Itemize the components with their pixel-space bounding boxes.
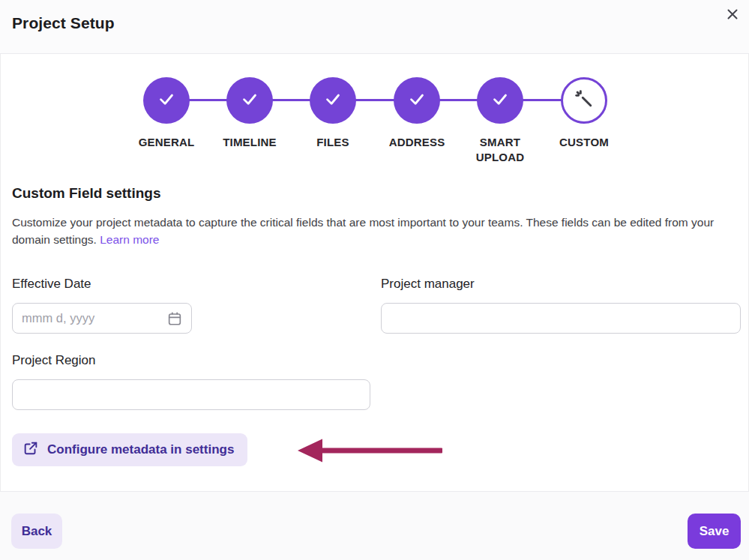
configure-metadata-button[interactable]: Configure metadata in settings <box>12 433 247 466</box>
check-icon <box>406 88 428 113</box>
external-link-icon <box>22 440 39 460</box>
step-label-custom: CUSTOM <box>535 135 633 150</box>
save-button[interactable]: Save <box>688 514 741 549</box>
project-manager-label: Project manager <box>381 277 475 292</box>
check-icon <box>489 88 511 113</box>
step-label-smart-upload: SMART UPLOAD <box>472 135 528 165</box>
project-region-label: Project Region <box>12 353 96 368</box>
project-manager-input[interactable] <box>381 303 741 334</box>
magic-wand-icon <box>574 88 595 112</box>
effective-date-label: Effective Date <box>12 277 91 292</box>
project-region-input[interactable] <box>12 379 370 410</box>
check-icon <box>238 88 261 113</box>
step-circle-smart-upload[interactable] <box>477 77 523 124</box>
step-circle-timeline[interactable] <box>226 77 273 124</box>
project-setup-modal: Project Setup GENERAL TIMELINE <box>0 0 749 560</box>
check-icon <box>322 88 344 113</box>
back-button[interactable]: Back <box>11 514 62 549</box>
step-circle-files[interactable] <box>310 77 356 124</box>
annotation-arrow-icon <box>298 436 443 468</box>
step-label-files: FILES <box>284 135 382 150</box>
close-button[interactable] <box>722 4 743 25</box>
step-circle-general[interactable] <box>143 77 190 124</box>
close-icon <box>727 8 739 22</box>
modal-footer <box>0 491 749 560</box>
step-circle-address[interactable] <box>394 77 440 124</box>
step-circle-custom[interactable] <box>561 77 607 124</box>
step-label-address: ADDRESS <box>368 135 466 150</box>
modal-header: Project Setup <box>0 0 749 54</box>
check-icon <box>155 88 178 113</box>
configure-metadata-label: Configure metadata in settings <box>47 442 234 457</box>
learn-more-link[interactable]: Learn more <box>100 233 159 246</box>
effective-date-input[interactable] <box>12 303 192 334</box>
section-heading: Custom Field settings <box>12 185 160 202</box>
modal-title: Project Setup <box>12 14 115 32</box>
section-description: Customize your project metadata to captu… <box>12 214 737 249</box>
